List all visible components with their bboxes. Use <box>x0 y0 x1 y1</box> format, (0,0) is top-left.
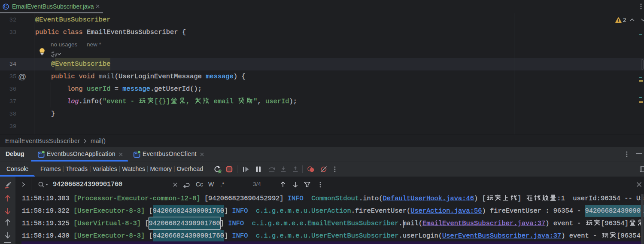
svg-text:C: C <box>4 4 8 9</box>
